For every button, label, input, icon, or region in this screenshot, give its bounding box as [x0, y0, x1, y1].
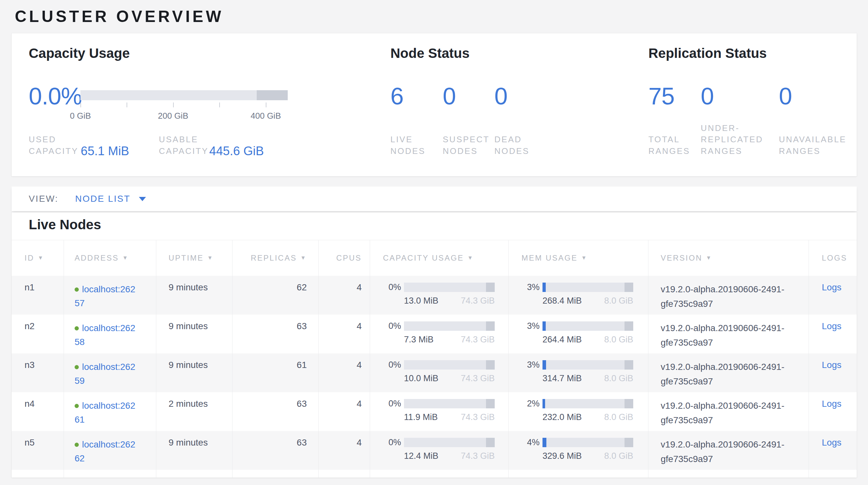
capacity-percent: 0%	[383, 321, 401, 331]
view-selector-bar: VIEW: NODE LIST	[11, 187, 857, 211]
logs-link[interactable]: Logs	[822, 437, 841, 448]
live-status-icon	[74, 287, 79, 292]
node-mem-cell: 3% 314.7 MiB8.0 GiB	[508, 353, 648, 392]
dead-nodes-count: 0	[494, 84, 507, 108]
suspect-nodes-label: SUSPECTNODES	[443, 134, 490, 157]
table-row: n5 localhost:26262 9 minutes 63 4 0% 12.…	[11, 431, 857, 470]
capacity-used-value: 12.4 MiB	[404, 451, 438, 461]
chevron-down-icon[interactable]	[139, 197, 146, 201]
col-header-replicas[interactable]: REPLICAS▼	[232, 240, 318, 276]
node-logs-cell: Logs	[809, 315, 857, 353]
mem-bar	[542, 321, 633, 331]
cluster-summary-card: Capacity Usage 0.0% 0 GiB 200 GiB 400 Gi…	[11, 33, 857, 176]
node-capacity-cell: 0% 11.9 MiB74.3 GiB	[370, 392, 508, 431]
mem-used-value: 329.6 MiB	[542, 451, 582, 461]
col-header-id[interactable]: ID▼	[11, 240, 64, 276]
page-title: CLUSTER OVERVIEW	[15, 7, 224, 26]
logs-link[interactable]: Logs	[822, 399, 841, 409]
node-logs-cell: Logs	[809, 392, 857, 431]
capacity-axis: 0 GiB 200 GiB 400 GiB	[81, 103, 288, 125]
axis-tick-label: 200 GiB	[158, 111, 188, 121]
node-uptime: 9 minutes	[156, 276, 232, 315]
node-version-cell: v19.2.0-alpha.20190606-2491-gfe735c9a97	[648, 392, 809, 431]
node-replicas: 63	[232, 392, 318, 431]
node-address-cell: localhost:26257	[64, 276, 156, 315]
capacity-usage-bar	[81, 90, 288, 100]
capacity-total-value: 74.3 GiB	[461, 412, 495, 422]
node-version-cell: v19.2.0-alpha.20190606-2491-gfe735c9a97	[648, 431, 809, 470]
mem-bar	[542, 438, 633, 447]
capacity-bar	[404, 283, 495, 292]
capacity-bar	[404, 438, 495, 447]
mem-total-value: 8.0 GiB	[604, 296, 633, 306]
capacity-used-value: 10.0 MiB	[404, 373, 438, 383]
node-logs-cell: Logs	[809, 353, 857, 392]
capacity-bar	[404, 399, 495, 408]
node-logs-cell: Logs	[809, 276, 857, 315]
live-nodes-count: 6	[391, 84, 403, 108]
mem-percent: 3%	[522, 321, 539, 331]
live-status-icon	[74, 404, 79, 408]
mem-percent: 2%	[522, 399, 539, 409]
logs-link[interactable]: Logs	[822, 321, 841, 331]
capacity-percent: 0%	[383, 360, 401, 370]
node-version: v19.2.0-alpha.20190606-2491-gfe735c9a97	[661, 321, 790, 350]
node-address-link[interactable]: localhost:26261	[74, 401, 135, 425]
col-header-mem[interactable]: MEM USAGE▼	[508, 240, 648, 276]
capacity-used-value: 11.9 MiB	[404, 412, 438, 422]
node-cpus: 4	[318, 353, 370, 392]
table-row-partial	[11, 470, 857, 478]
node-address-cell: localhost:26259	[64, 353, 156, 392]
sort-icon: ▼	[122, 255, 129, 261]
node-address-link[interactable]: localhost:26259	[74, 362, 135, 386]
capacity-used-percent: 0.0%	[29, 84, 82, 108]
col-header-version[interactable]: VERSION▼	[648, 240, 809, 276]
used-capacity-label: USEDCAPACITY	[29, 134, 79, 157]
node-address-link[interactable]: localhost:26258	[74, 323, 135, 347]
node-id: n2	[11, 315, 64, 353]
node-mem-cell: 3% 264.4 MiB8.0 GiB	[508, 315, 648, 353]
capacity-usage-heading: Capacity Usage	[29, 46, 130, 61]
total-ranges-count: 75	[648, 84, 674, 108]
col-header-uptime[interactable]: UPTIME▼	[156, 240, 232, 276]
mem-total-value: 8.0 GiB	[604, 373, 633, 383]
capacity-total-value: 74.3 GiB	[461, 296, 495, 306]
sort-icon: ▼	[300, 255, 307, 261]
col-header-address[interactable]: ADDRESS▼	[64, 240, 156, 276]
mem-used-value: 264.4 MiB	[542, 335, 582, 345]
capacity-reserved-segment	[257, 90, 288, 100]
node-uptime: 9 minutes	[156, 431, 232, 470]
node-address-cell: localhost:26258	[64, 315, 156, 353]
capacity-percent: 0%	[383, 437, 401, 448]
node-replicas: 63	[232, 431, 318, 470]
table-row: n1 localhost:26257 9 minutes 62 4 0% 13.…	[11, 276, 857, 315]
live-status-icon	[74, 443, 79, 447]
mem-bar	[542, 283, 633, 292]
node-version: v19.2.0-alpha.20190606-2491-gfe735c9a97	[661, 282, 790, 311]
live-status-icon	[74, 365, 79, 369]
mem-total-value: 8.0 GiB	[604, 451, 633, 461]
mem-percent: 3%	[522, 282, 539, 292]
node-address-link[interactable]: localhost:26257	[74, 284, 135, 308]
live-nodes-card: Live Nodes ID▼ ADDRESS▼ UPTIME▼ REPLICAS…	[11, 212, 857, 478]
suspect-nodes-count: 0	[443, 84, 456, 108]
capacity-total-value: 74.3 GiB	[461, 335, 495, 345]
unavailable-ranges-count: 0	[779, 84, 792, 108]
col-header-capacity[interactable]: CAPACITY USAGE▼	[370, 240, 508, 276]
dead-nodes-label: DEADNODES	[494, 134, 529, 157]
mem-used-value: 314.7 MiB	[542, 373, 582, 383]
mem-total-value: 8.0 GiB	[604, 412, 633, 422]
capacity-total-value: 74.3 GiB	[461, 373, 495, 383]
col-header-cpus[interactable]: CPUS	[318, 240, 370, 276]
node-address-link[interactable]: localhost:26262	[74, 439, 135, 463]
node-cpus: 4	[318, 431, 370, 470]
axis-tick-label: 400 GiB	[251, 111, 281, 121]
logs-link[interactable]: Logs	[822, 360, 841, 370]
logs-link[interactable]: Logs	[822, 282, 841, 292]
capacity-used-value: 7.3 MiB	[404, 335, 434, 345]
view-dropdown[interactable]: NODE LIST	[75, 194, 130, 204]
unavailable-ranges-label: UNAVAILABLERANGES	[779, 134, 846, 157]
capacity-percent: 0%	[383, 282, 401, 292]
sort-icon: ▼	[581, 255, 588, 261]
sort-icon: ▼	[38, 255, 44, 261]
